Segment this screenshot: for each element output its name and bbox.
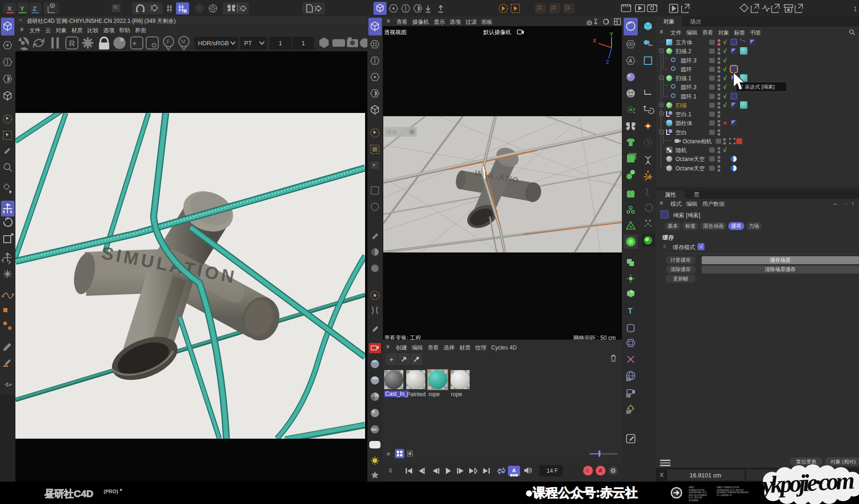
svg-text:Z: Z <box>606 59 609 64</box>
svg-text:1: 1 <box>853 5 857 13</box>
svg-text:1: 1 <box>279 40 282 47</box>
svg-text:HDR/sRGB: HDR/sRGB <box>198 40 229 47</box>
svg-text:PT: PT <box>244 40 252 47</box>
svg-text:ST: ST <box>627 378 631 381</box>
svg-text:ST: ST <box>627 394 631 397</box>
svg-text:T: T <box>628 307 633 315</box>
svg-text:X: X <box>593 38 597 43</box>
svg-text:R: R <box>69 39 75 48</box>
svg-text:传动: 传动 <box>387 129 397 135</box>
svg-text:1: 1 <box>302 40 305 47</box>
svg-text:ykpojie·com: ykpojie·com <box>759 467 855 499</box>
svg-text:ST: ST <box>627 411 631 413</box>
svg-text:F: F <box>167 39 170 45</box>
svg-text:X: X <box>7 5 12 12</box>
svg-text:MIX: MIX <box>371 428 377 431</box>
svg-text:Y: Y <box>610 31 613 37</box>
svg-text:Z: Z <box>33 5 36 12</box>
svg-text:Y: Y <box>20 5 24 12</box>
svg-text:A: A <box>629 58 632 63</box>
svg-text:M: M <box>181 39 185 44</box>
